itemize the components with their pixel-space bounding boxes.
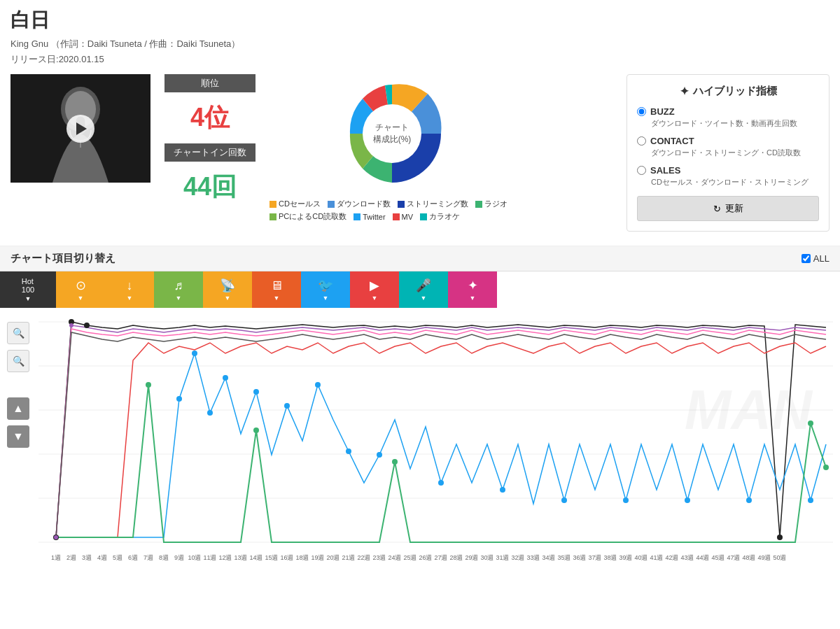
svg-text:14週: 14週 <box>249 554 262 561</box>
svg-text:4週: 4週 <box>97 554 107 561</box>
chart-tab-row: Hot100▼⊙▼↓▼♬▼📡▼🖥▼🐦▼▶▼🎤▼✦▼ <box>0 271 840 308</box>
hybrid-panel: ✦ ハイブリッド指標 BUZZダウンロード・ツイート数・動画再生回数 CONTA… <box>626 74 830 232</box>
svg-text:31週: 31週 <box>496 554 509 561</box>
svg-point-42 <box>392 459 398 465</box>
svg-text:44週: 44週 <box>696 554 709 561</box>
legend-item: PCによるCD読取数 <box>270 211 346 222</box>
svg-point-36 <box>623 497 629 503</box>
play-button[interactable] <box>66 115 94 143</box>
video-thumbnail[interactable] <box>10 74 150 183</box>
svg-point-41 <box>253 427 259 433</box>
chart-section-title: チャート項目切り替え <box>10 252 115 265</box>
svg-text:3週: 3週 <box>82 554 92 561</box>
line-chart: 1位 20位 40位 60位 80位 100位 <box>35 315 836 567</box>
svg-point-22 <box>54 535 58 539</box>
hybrid-option-sales[interactable]: SALESCDセールス・ダウンロード・ストリーミング <box>637 165 819 188</box>
svg-text:47週: 47週 <box>727 554 740 561</box>
svg-text:29週: 29週 <box>465 554 478 561</box>
svg-text:49週: 49週 <box>757 554 771 561</box>
donut-chart-section: チャート 構成比(%) CDセールスダウンロード数ストリーミング数ラジオPCによ… <box>270 74 514 222</box>
rank-value: 4位 <box>164 98 255 138</box>
chart-tab-5[interactable]: 🖥▼ <box>252 271 301 308</box>
svg-point-40 <box>146 382 151 388</box>
svg-text:38週: 38週 <box>603 554 617 561</box>
legend-item: カラオケ <box>420 211 460 222</box>
svg-text:25週: 25週 <box>403 554 416 561</box>
song-title: 白日 <box>10 7 830 34</box>
chart-toolbar: チャート項目切り替え ALL <box>0 246 840 271</box>
chart-in-value: 44回 <box>164 167 255 207</box>
zoom-in-button[interactable]: 🔍 <box>7 322 29 344</box>
hybrid-option-contact[interactable]: CONTACTダウンロード・ストリーミング・CD読取数 <box>637 136 819 158</box>
svg-point-27 <box>223 375 228 381</box>
hybrid-option-buzz[interactable]: BUZZダウンロード・ツイート数・動画再生回数 <box>637 106 819 129</box>
legend-item: ラジオ <box>475 199 507 209</box>
svg-point-43 <box>808 420 813 426</box>
svg-text:33週: 33週 <box>526 554 540 561</box>
svg-text:48週: 48週 <box>742 554 755 561</box>
svg-text:26週: 26週 <box>419 554 432 561</box>
chart-tab-4[interactable]: 📡▼ <box>203 271 252 308</box>
hybrid-title: ✦ ハイブリッド指標 <box>637 85 819 98</box>
svg-text:43週: 43週 <box>680 554 694 561</box>
svg-point-32 <box>377 452 382 458</box>
release-date: リリース日:2020.01.15 <box>10 53 830 66</box>
svg-text:36週: 36週 <box>573 554 586 561</box>
song-meta: King Gnu （作詞：Daiki Tsuneta / 作曲：Daiki Ts… <box>10 38 830 50</box>
chart-tab-0[interactable]: Hot100▼ <box>0 271 56 308</box>
svg-point-37 <box>685 497 690 503</box>
legend-item: MV <box>393 211 414 222</box>
legend-item: CDセールス <box>270 199 321 209</box>
svg-text:2週: 2週 <box>66 554 76 561</box>
refresh-button[interactable]: ↻ 更新 <box>637 196 819 221</box>
svg-text:21週: 21週 <box>342 554 355 561</box>
zoom-out-button[interactable]: 🔍 <box>7 350 29 372</box>
chart-tab-8[interactable]: 🎤▼ <box>399 271 448 308</box>
svg-text:16週: 16週 <box>280 554 293 561</box>
svg-point-30 <box>315 382 321 388</box>
svg-text:15週: 15週 <box>265 554 278 561</box>
svg-point-23 <box>69 323 74 327</box>
svg-point-21 <box>777 535 783 540</box>
rank-section: 順位 4位 チャートイン回数 44回 <box>164 74 255 207</box>
svg-text:30週: 30週 <box>480 554 493 561</box>
chart-tab-3[interactable]: ♬▼ <box>154 271 203 308</box>
svg-text:42週: 42週 <box>665 554 678 561</box>
chart-tab-1[interactable]: ⊙▼ <box>56 271 105 308</box>
graph-controls: 🔍 🔍 ▲ ▼ <box>7 322 29 448</box>
svg-text:40週: 40週 <box>634 554 648 561</box>
svg-text:7週: 7週 <box>144 554 153 561</box>
svg-text:32週: 32週 <box>511 554 524 561</box>
svg-text:27週: 27週 <box>434 554 447 561</box>
svg-point-20 <box>84 323 90 328</box>
svg-text:28週: 28週 <box>449 554 463 561</box>
chart-tab-7[interactable]: ▶▼ <box>350 271 399 308</box>
svg-text:9週: 9週 <box>174 554 184 561</box>
chart-tab-2[interactable]: ↓▼ <box>105 271 154 308</box>
svg-text:13週: 13週 <box>234 554 247 561</box>
scroll-up-button[interactable]: ▲ <box>7 397 29 420</box>
all-checkbox[interactable]: ALL <box>802 253 830 264</box>
svg-point-39 <box>808 497 813 503</box>
svg-point-26 <box>207 410 213 416</box>
chart-tab-9[interactable]: ✦▼ <box>448 271 497 308</box>
svg-point-34 <box>500 487 505 493</box>
chart-tab-6[interactable]: 🐦▼ <box>301 271 350 308</box>
svg-point-24 <box>176 396 182 402</box>
svg-text:8週: 8週 <box>159 554 169 561</box>
svg-text:35週: 35週 <box>557 554 570 561</box>
artist-name: King Gnu <box>10 38 48 49</box>
legend-item: Twitter <box>354 211 385 222</box>
svg-text:45週: 45週 <box>711 554 724 561</box>
svg-text:24週: 24週 <box>388 554 401 561</box>
svg-text:34週: 34週 <box>542 554 555 561</box>
svg-point-31 <box>346 448 351 454</box>
svg-point-25 <box>192 351 197 356</box>
svg-text:19週: 19週 <box>311 554 324 561</box>
svg-point-33 <box>438 480 444 486</box>
svg-text:22週: 22週 <box>357 554 370 561</box>
all-check-input[interactable] <box>802 254 811 263</box>
graph-area: MAN 🔍 🔍 ▲ ▼ 1位 20位 40位 60位 80位 100位 <box>0 308 840 574</box>
svg-text:18週: 18週 <box>295 554 309 561</box>
scroll-down-button[interactable]: ▼ <box>7 425 29 448</box>
